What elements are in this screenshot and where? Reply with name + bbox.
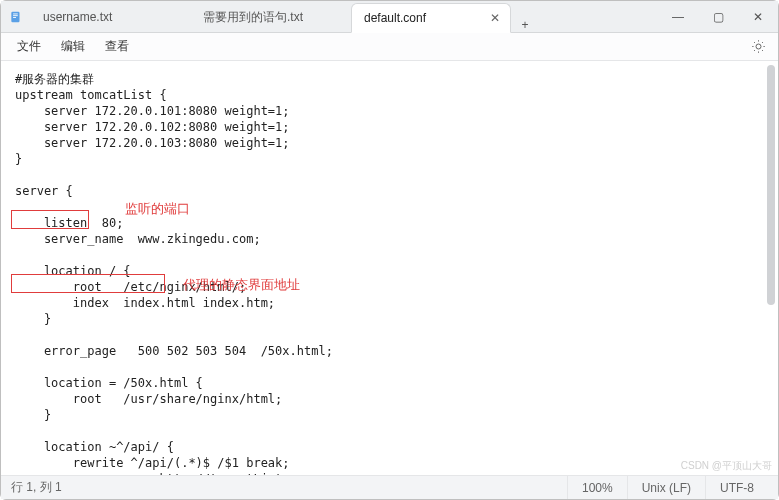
settings-button[interactable] (744, 39, 772, 54)
menu-file[interactable]: 文件 (7, 35, 51, 58)
svg-rect-1 (13, 13, 18, 14)
tab-username[interactable]: username.txt (31, 2, 191, 32)
statusbar: 行 1, 列 1 100% Unix (LF) UTF-8 (1, 475, 778, 499)
menu-edit[interactable]: 编辑 (51, 35, 95, 58)
close-button[interactable]: ✕ (738, 1, 778, 32)
status-zoom[interactable]: 100% (567, 476, 627, 499)
svg-rect-3 (13, 17, 16, 18)
status-eol[interactable]: Unix (LF) (627, 476, 705, 499)
status-position: 行 1, 列 1 (11, 479, 62, 496)
status-encoding[interactable]: UTF-8 (705, 476, 768, 499)
new-tab-button[interactable]: + (511, 18, 539, 32)
app-icon (1, 1, 31, 32)
scrollbar-thumb[interactable] (767, 65, 775, 305)
titlebar: username.txt 需要用到的语句.txt default.conf ✕ … (1, 1, 778, 33)
maximize-button[interactable]: ▢ (698, 1, 738, 32)
tab-label: 需要用到的语句.txt (203, 9, 303, 26)
window-controls: — ▢ ✕ (658, 1, 778, 32)
menubar: 文件 编辑 查看 (1, 33, 778, 61)
app-window: username.txt 需要用到的语句.txt default.conf ✕ … (0, 0, 779, 500)
tab-label: default.conf (364, 11, 426, 25)
editor-area[interactable]: #服务器的集群 upstream tomcatList { server 172… (1, 61, 778, 475)
minimize-button[interactable]: — (658, 1, 698, 32)
menu-view[interactable]: 查看 (95, 35, 139, 58)
vertical-scrollbar[interactable] (766, 61, 776, 475)
notepad-icon (9, 10, 23, 24)
gear-icon (751, 39, 766, 54)
tab-strip: username.txt 需要用到的语句.txt default.conf ✕ … (31, 1, 658, 32)
tab-label: username.txt (43, 10, 112, 24)
svg-rect-2 (13, 15, 18, 16)
editor-content: #服务器的集群 upstream tomcatList { server 172… (15, 72, 333, 475)
tab-sentences[interactable]: 需要用到的语句.txt (191, 2, 351, 32)
annotation-label-listen: 监听的端口 (125, 201, 190, 217)
close-icon[interactable]: ✕ (488, 11, 502, 25)
tab-default-conf[interactable]: default.conf ✕ (351, 3, 511, 33)
